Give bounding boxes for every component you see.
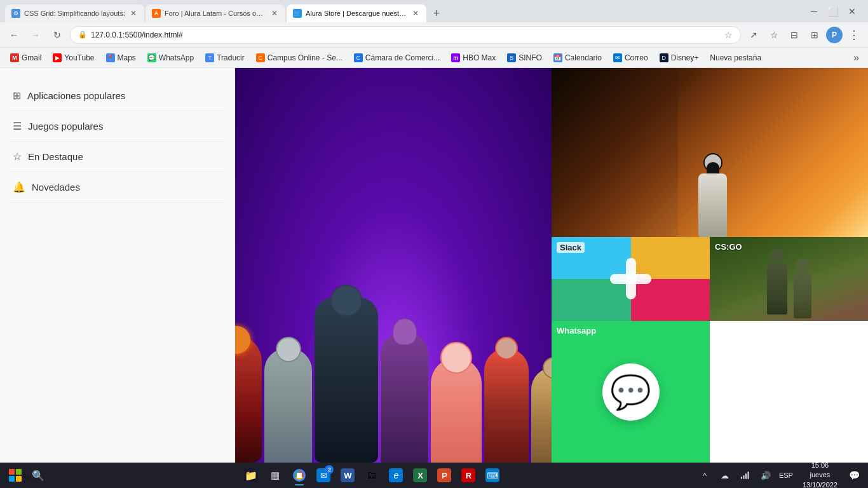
minimize-button[interactable]: ─ (808, 5, 820, 18)
star-icon[interactable]: ☆ (724, 30, 733, 40)
popular-games-label: Juegos populares (28, 121, 103, 132)
forward-button[interactable]: → (27, 26, 44, 44)
taskbar-mail[interactable]: ✉ 2 (312, 464, 335, 487)
close-button[interactable]: ✕ (845, 5, 859, 18)
bookmark-sinfo[interactable]: S SINFO (502, 51, 547, 64)
hero-char-1 (235, 336, 262, 463)
new-tab-button[interactable]: + (428, 4, 445, 22)
card-slack[interactable]: Slack (552, 237, 710, 322)
card-pubg[interactable] (552, 68, 868, 237)
hero-section[interactable] (235, 68, 552, 463)
mail-badge: 2 (325, 465, 334, 474)
taskbar-vscode[interactable]: ⌨ (481, 464, 504, 487)
soldier-2-head (796, 259, 809, 271)
camara-label: Cámara de Comerci... (365, 53, 440, 62)
tab-2-favicon: A (152, 9, 161, 18)
restore-button[interactable]: ⬜ (824, 5, 841, 18)
split-button[interactable]: ⊞ (806, 26, 824, 44)
bookmark-calendario[interactable]: 📅 Calendario (548, 51, 607, 64)
win-logo-q2 (16, 469, 22, 475)
tab-3-favicon: 🛒 (293, 9, 302, 18)
notification-button[interactable]: 💬 (845, 466, 863, 484)
bookmark-whatsapp[interactable]: 💬 WhatsApp (142, 51, 199, 64)
hero-characters (235, 68, 552, 463)
sidebar-item-news[interactable]: 🔔 Novedades (10, 172, 224, 203)
bookmarks-bar: M Gmail ▶ YouTube 📍 Maps 💬 WhatsApp T Tr… (0, 48, 868, 68)
tray-cloud[interactable]: ☁ (716, 466, 734, 484)
nueva-pestana-label: Nueva pestaña (710, 53, 761, 62)
tab-1[interactable]: ⚙ CSS Grid: Simplificando layouts: ✕ (5, 4, 144, 22)
campus-favicon: C (256, 53, 265, 62)
tray-volume[interactable]: 🔊 (757, 466, 775, 484)
svg-rect-2 (745, 473, 747, 479)
youtube-label: YouTube (64, 53, 94, 62)
profile-icon[interactable]: P (826, 27, 843, 43)
tray-network[interactable] (736, 466, 754, 484)
win-logo-q3 (9, 476, 15, 482)
back-button[interactable]: ← (5, 26, 23, 44)
bookmark-traducir[interactable]: T Traducir (200, 51, 250, 64)
menu-button[interactable]: ⋮ (845, 26, 863, 44)
address-bar[interactable]: 🔒 127.0.0.1:5500/index.html# ☆ (70, 26, 741, 44)
sidebar-item-popular-games[interactable]: ☰ Juegos populares (10, 111, 224, 142)
sidebar-item-featured[interactable]: ☆ En Destaque (10, 142, 224, 172)
taskbar-powerpoint[interactable]: P (433, 464, 456, 487)
bookmarks-more-button[interactable]: » (850, 51, 863, 65)
soldier-1-body (767, 264, 787, 315)
disney-favicon: D (660, 53, 668, 62)
bookmark-maps[interactable]: 📍 Maps (101, 51, 141, 64)
bookmark-gmail[interactable]: M Gmail (5, 51, 46, 64)
bookmark-youtube[interactable]: ▶ YouTube (48, 51, 99, 64)
bookmark-correo[interactable]: ✉ Correo (608, 51, 653, 64)
widgets-icon: ▦ (268, 468, 282, 482)
tab-1-close[interactable]: ✕ (129, 8, 138, 19)
card-whatsapp[interactable]: 💬 Whatsapp (552, 321, 710, 463)
taskbar-word[interactable]: W (336, 464, 359, 487)
taskbar-widgets[interactable]: ▦ (264, 464, 287, 487)
bookmark-hbo[interactable]: m HBO Max (446, 51, 501, 64)
win-logo-q4 (16, 476, 22, 482)
taskbar-tray: ^ ☁ 🔊 ESP 15:06 jueves 13/10/2022 💬 (696, 459, 863, 488)
taskbar-file-manager[interactable]: 🗂 (360, 464, 383, 487)
taskbar-red-app[interactable]: R (457, 464, 480, 487)
popular-games-icon: ☰ (13, 120, 22, 132)
chrome-icon (292, 468, 306, 482)
camara-favicon: C (354, 53, 363, 62)
share-button[interactable]: ↗ (745, 26, 763, 44)
tray-clock[interactable]: 15:06 jueves 13/10/2022 (797, 459, 843, 488)
reload-button[interactable]: ↻ (48, 26, 66, 44)
taskbar-search-button[interactable]: 🔍 (28, 465, 48, 485)
taskbar-file-explorer[interactable]: 📁 (240, 464, 262, 487)
tray-chevron[interactable]: ^ (696, 466, 714, 484)
taskbar-edge[interactable]: e (384, 464, 407, 487)
taskbar-chrome[interactable] (288, 464, 311, 487)
start-button[interactable] (5, 465, 25, 485)
sidebar-item-popular-apps[interactable]: ⊞ Aplicaciones populares (10, 81, 224, 111)
bookmark-button[interactable]: ☆ (765, 26, 783, 44)
taskbar-excel[interactable]: X (409, 464, 431, 487)
tab-2[interactable]: A Foro | Alura Latam - Cursos onlin... ✕ (146, 4, 285, 22)
tab-3-close[interactable]: ✕ (411, 8, 420, 19)
hero-char-4-head (393, 318, 417, 345)
network-icon (740, 470, 750, 480)
tab-2-close[interactable]: ✕ (270, 8, 279, 19)
bookmark-nueva-pestana[interactable]: Nueva pestaña (705, 51, 766, 64)
card-csgo[interactable]: CS:GO (710, 237, 868, 322)
powerpoint-icon: P (437, 468, 451, 482)
whatsapp-title-label: Whatsapp (557, 326, 596, 336)
pubg-helmet (707, 162, 719, 173)
whatsapp-phone-icon: 💬 (610, 376, 651, 409)
tray-language[interactable]: ESP (777, 466, 795, 484)
soldier-2-body (794, 273, 811, 318)
file-manager-icon: 🗂 (365, 468, 379, 482)
svg-rect-3 (747, 471, 749, 479)
tab-3[interactable]: 🛒 Alura Store | Descargue nuestros... ✕ (287, 4, 426, 22)
slack-cross-vertical (626, 258, 636, 299)
bookmark-disney[interactable]: D Disney+ (654, 51, 704, 64)
windows-logo (9, 469, 22, 482)
tab-3-label: Alura Store | Descargue nuestros... (306, 10, 407, 17)
bookmark-campus[interactable]: C Campus Online - Se... (251, 51, 348, 64)
hero-char-5-head (440, 342, 472, 374)
bookmark-camara[interactable]: C Cámara de Comerci... (349, 51, 445, 64)
tab-search-button[interactable]: ⊟ (785, 26, 803, 44)
